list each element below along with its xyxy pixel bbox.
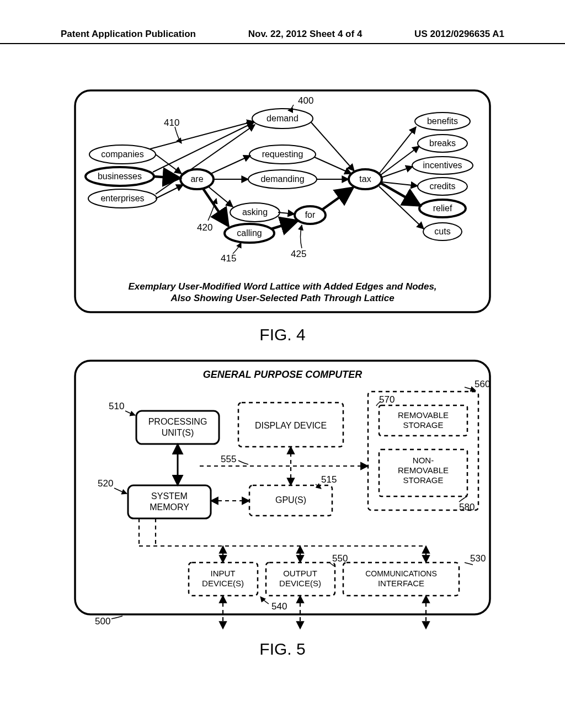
svg-text:DEVICE(S): DEVICE(S) xyxy=(202,579,244,588)
svg-line-39 xyxy=(381,183,420,206)
node-for: for xyxy=(305,210,316,220)
node-companies: companies xyxy=(101,149,143,159)
svg-rect-51 xyxy=(368,392,478,510)
ref-500: 500 xyxy=(95,616,110,627)
svg-rect-44 xyxy=(128,485,211,518)
svg-text:INTERFACE: INTERFACE xyxy=(378,579,424,588)
ref-560: 560 xyxy=(475,379,490,389)
ref-520: 520 xyxy=(98,478,113,489)
svg-line-22 xyxy=(156,125,255,194)
ref-530: 530 xyxy=(470,553,486,564)
svg-text:NON-: NON- xyxy=(413,456,434,465)
svg-text:COMMUNICATIONS: COMMUNICATIONS xyxy=(365,569,437,578)
svg-line-21 xyxy=(153,122,254,172)
node-businesses: businesses xyxy=(98,172,142,181)
ref-515: 515 xyxy=(321,474,337,485)
svg-line-34 xyxy=(379,186,424,229)
svg-text:REMOVABLE: REMOVABLE xyxy=(398,465,449,475)
node-credits: credits xyxy=(429,181,455,191)
svg-line-38 xyxy=(322,188,353,210)
ref-410: 410 xyxy=(164,117,179,128)
svg-text:STORAGE: STORAGE xyxy=(403,475,443,485)
svg-line-30 xyxy=(379,127,416,174)
node-are: are xyxy=(190,174,203,184)
ref-570: 570 xyxy=(379,394,395,405)
node-cuts: cuts xyxy=(434,227,450,236)
svg-rect-41 xyxy=(136,411,219,444)
fig4-label: FIG. 4 xyxy=(259,325,305,344)
fig5-label: FIG. 5 xyxy=(259,640,305,659)
ref-415: 415 xyxy=(221,253,236,264)
svg-text:DISPLAY DEVICE: DISPLAY DEVICE xyxy=(255,421,327,430)
ref-550: 550 xyxy=(332,553,348,564)
svg-text:UNIT(S): UNIT(S) xyxy=(162,428,194,437)
svg-line-26 xyxy=(311,122,354,171)
ref-540: 540 xyxy=(271,601,287,612)
ref-510: 510 xyxy=(109,401,124,411)
node-breaks: breaks xyxy=(429,138,456,148)
svg-line-29 xyxy=(278,212,295,214)
fig5-diagram: GENERAL PURPOSE COMPUTER PROCESSING UNIT… xyxy=(73,358,492,634)
header-center: Nov. 22, 2012 Sheet 4 of 4 xyxy=(248,29,363,40)
ref-425: 425 xyxy=(291,249,306,259)
node-relief: relief xyxy=(433,204,452,213)
svg-line-32 xyxy=(381,167,413,178)
node-incentives: incentives xyxy=(423,160,462,170)
ref-580: 580 xyxy=(459,502,475,512)
node-tax: tax xyxy=(359,174,371,184)
svg-line-37 xyxy=(271,221,298,229)
header-right: US 2012/0296635 A1 xyxy=(414,29,504,40)
node-calling: calling xyxy=(237,228,262,238)
svg-text:STORAGE: STORAGE xyxy=(403,420,443,430)
svg-line-25 xyxy=(208,186,233,207)
header-left: Patent Application Publication xyxy=(61,29,196,40)
svg-text:MEMORY: MEMORY xyxy=(150,502,189,512)
svg-line-33 xyxy=(382,182,418,186)
ref-555: 555 xyxy=(221,454,236,464)
fig4-diagram: companies businesses enterprises are dem… xyxy=(73,88,492,320)
node-demand: demand xyxy=(266,114,299,123)
svg-line-23 xyxy=(211,156,250,174)
svg-line-27 xyxy=(315,157,351,174)
svg-text:REMOVABLE: REMOVABLE xyxy=(398,410,449,420)
svg-text:INPUT: INPUT xyxy=(211,569,236,578)
node-demanding: demanding xyxy=(260,174,304,184)
fig4-caption-1: Exemplary User-Modified Word Lattice wit… xyxy=(128,281,436,292)
page-header: Patent Application Publication Nov. 22, … xyxy=(0,29,565,44)
fig4-caption-2: Also Showing User-Selected Path Through … xyxy=(170,293,394,303)
node-enterprises: enterprises xyxy=(100,194,144,203)
svg-text:PROCESSING: PROCESSING xyxy=(148,417,207,426)
node-requesting: requesting xyxy=(262,149,303,159)
node-asking: asking xyxy=(242,207,268,217)
fig5-title: GENERAL PURPOSE COMPUTER xyxy=(203,369,363,380)
svg-text:DEVICE(S): DEVICE(S) xyxy=(279,579,321,588)
svg-line-36 xyxy=(203,189,228,226)
svg-line-35 xyxy=(154,176,180,178)
svg-text:GPU(S): GPU(S) xyxy=(275,495,306,505)
ref-420: 420 xyxy=(197,222,212,233)
svg-text:OUTPUT: OUTPUT xyxy=(283,569,317,578)
ref-400: 400 xyxy=(298,95,313,106)
page: Patent Application Publication Nov. 22, … xyxy=(0,0,565,728)
node-benefits: benefits xyxy=(427,116,458,126)
svg-text:SYSTEM: SYSTEM xyxy=(151,491,188,501)
